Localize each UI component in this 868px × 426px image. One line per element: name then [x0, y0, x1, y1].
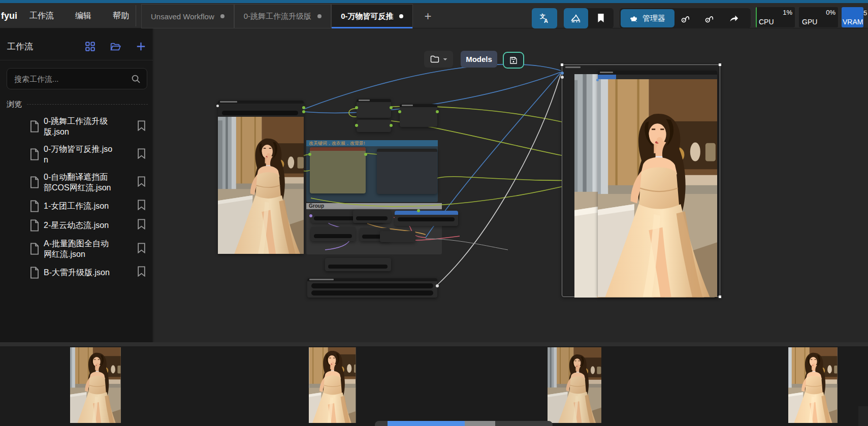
- input-dot[interactable]: [216, 105, 219, 107]
- search-icon: [131, 74, 141, 84]
- models-button[interactable]: Models: [461, 51, 497, 68]
- workflows-sidebar: 工作流: [0, 28, 153, 342]
- search-input[interactable]: [13, 74, 131, 84]
- document-icon: [29, 267, 40, 279]
- load-image-node[interactable]: [218, 101, 304, 254]
- prompt-group-title: 改关键词，改衣服，改背景!: [306, 140, 438, 146]
- browse-section-divider: [27, 104, 148, 105]
- corner-panel-edge: [858, 406, 868, 426]
- app-window: 改关键词，改衣服，改背景! Group: [0, 0, 868, 342]
- comfyui-screen: fyui 工作流编辑帮助 Unsaved Workflow0-跳舞工作流升级版0…: [0, 0, 868, 426]
- window-bottom-edge: [0, 342, 868, 346]
- document-icon: [29, 120, 40, 133]
- workflow-item-6[interactable]: B-大雷升级版.json: [0, 266, 153, 279]
- sidebar-title: 工作流: [7, 41, 85, 52]
- workflow-item-5[interactable]: A-批量跑图全自动网红流.json: [0, 238, 153, 259]
- document-icon: [29, 243, 40, 255]
- grid-view-icon[interactable]: [85, 42, 95, 51]
- workflow-item-0[interactable]: 0-跳舞工作流升级版.json: [0, 116, 153, 137]
- folder-icon: [430, 55, 440, 63]
- prompt-text-node[interactable]: [310, 147, 366, 193]
- bookmark-icon[interactable]: [137, 120, 146, 131]
- caret-down-icon: [443, 58, 447, 61]
- gallery-scrollbar[interactable]: [375, 421, 553, 426]
- node-group-title: Group: [306, 203, 442, 209]
- gallery-thumbnail-1[interactable]: [70, 347, 127, 423]
- save-workflow-button[interactable]: [503, 52, 524, 69]
- gallery-thumbnail-3[interactable]: [548, 347, 604, 423]
- workflow-item-1[interactable]: 0-万物皆可反推.json: [0, 144, 153, 165]
- document-icon: [29, 148, 40, 160]
- workflow-filename: 2-星云幼态流.json: [44, 220, 116, 231]
- workflow-filename: 1-女团工作流.json: [44, 201, 116, 211]
- wide-bottom-node[interactable]: [307, 278, 437, 298]
- group-node-2[interactable]: [353, 210, 391, 223]
- sidebar-separator: [0, 60, 153, 60]
- group-node-5[interactable]: [380, 231, 415, 242]
- workflow-item-4[interactable]: 2-星云幼态流.json: [0, 219, 153, 232]
- workflow-filename: 0-自动翻译遮挡面部COS网红流.json: [44, 172, 116, 193]
- group-node-blue[interactable]: [395, 211, 458, 226]
- node-widget[interactable]: [222, 111, 298, 115]
- open-folder-icon[interactable]: [110, 42, 121, 51]
- group-node-3[interactable]: [311, 227, 356, 241]
- prompt-side-node[interactable]: [377, 149, 437, 194]
- node-progress-row: [598, 75, 717, 79]
- bookmark-icon[interactable]: [137, 148, 146, 159]
- small-node-3[interactable]: [400, 104, 437, 127]
- document-icon: [29, 219, 40, 232]
- bookmark-icon[interactable]: [137, 243, 146, 253]
- bookmark-icon[interactable]: [137, 219, 146, 230]
- browse-section-label[interactable]: 浏览: [7, 100, 22, 109]
- workflow-search: [7, 68, 147, 89]
- gallery-thumbnail-2[interactable]: [309, 347, 366, 423]
- workflow-filename: B-大雷升级版.json: [44, 267, 116, 278]
- scrollbar-thumb[interactable]: [388, 421, 465, 426]
- workflow-filename: 0-跳舞工作流升级版.json: [44, 116, 116, 137]
- image-gallery-strip: [0, 346, 868, 426]
- output-dot-2[interactable]: [302, 110, 305, 113]
- workflow-item-3[interactable]: 1-女团工作流.json: [0, 200, 153, 212]
- workflow-folder-button[interactable]: [424, 51, 453, 68]
- bookmark-icon[interactable]: [137, 266, 146, 277]
- result-image-front: [598, 79, 717, 297]
- bookmark-icon[interactable]: [137, 200, 146, 210]
- result-image-node-front[interactable]: [598, 71, 717, 297]
- node-progress-chip: [598, 75, 616, 79]
- document-icon: [29, 200, 40, 212]
- bookmark-icon[interactable]: [137, 176, 146, 187]
- save-floppy-icon: [509, 56, 518, 64]
- small-node-1[interactable]: [357, 99, 391, 118]
- gallery-thumbnail-4[interactable]: [788, 347, 845, 423]
- node-image-preview: [218, 117, 304, 254]
- output-dot[interactable]: [302, 106, 305, 109]
- lower-node-1[interactable]: [325, 258, 391, 271]
- small-node-2[interactable]: [357, 120, 391, 132]
- workflow-filename: 0-万物皆可反推.json: [44, 144, 116, 165]
- models-label: Models: [466, 55, 492, 63]
- scrollbar-segment: [465, 421, 495, 426]
- document-icon: [29, 176, 40, 188]
- workflow-item-2[interactable]: 0-自动翻译遮挡面部COS网红流.json: [0, 172, 153, 193]
- workflow-filename: A-批量跑图全自动网红流.json: [44, 238, 116, 259]
- workflow-list: 0-跳舞工作流升级版.json0-万物皆可反推.json0-自动翻译遮挡面部CO…: [0, 116, 153, 279]
- new-workflow-plus-icon[interactable]: [136, 42, 146, 51]
